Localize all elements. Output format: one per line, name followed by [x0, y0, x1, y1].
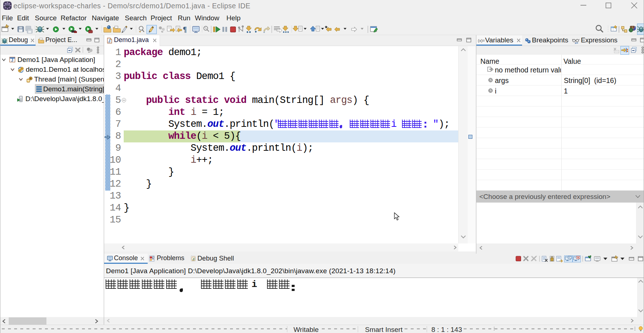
svg-text:J: J — [108, 39, 110, 43]
svg-text:¶: ¶ — [183, 25, 187, 33]
svg-text:J: J — [11, 58, 13, 62]
svg-text:x=: x= — [575, 41, 578, 44]
svg-text:J: J — [192, 257, 194, 261]
svg-text:J: J — [633, 25, 636, 31]
